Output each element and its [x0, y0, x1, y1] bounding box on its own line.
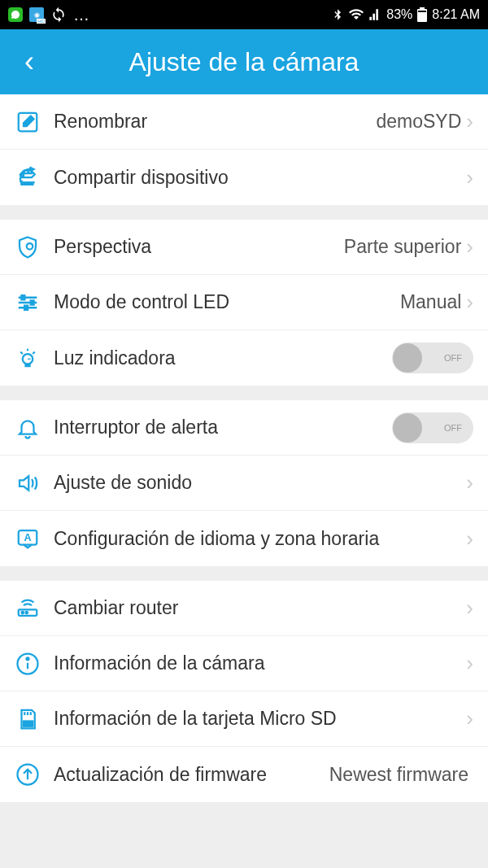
svg-point-19 [26, 611, 28, 613]
info-icon [11, 648, 44, 680]
section-alerts: Interruptor de alerta OFF Ajuste de soni… [0, 400, 488, 566]
firmware-value: Newest firmware [329, 764, 468, 786]
row-language[interactable]: A Configuración de idioma y zona horaria… [0, 511, 488, 566]
alert-toggle[interactable]: OFF [392, 412, 473, 443]
toggle-off-label: OFF [444, 353, 462, 363]
chevron-icon: › [466, 470, 473, 495]
chevron-icon: › [466, 290, 473, 315]
row-rename[interactable]: Renombrar demoSYD › [0, 94, 488, 150]
shield-icon [11, 231, 44, 264]
wifi-icon [349, 7, 364, 22]
edit-icon [11, 106, 44, 138]
indicator-label: Luz indicadora [54, 347, 392, 369]
settings-list: Renombrar demoSYD › Compartir dispositiv… [0, 94, 488, 802]
chevron-icon: › [466, 526, 473, 552]
language-icon: A [11, 522, 44, 555]
bell-icon [11, 412, 44, 444]
whatsapp-icon [8, 7, 23, 22]
status-bar: ◉ … 83% 8:21 AM [0, 0, 488, 29]
chevron-icon: › [466, 109, 473, 134]
row-perspective[interactable]: Perspectiva Parte superior › [0, 220, 488, 275]
section-device: Renombrar demoSYD › Compartir dispositiv… [0, 94, 488, 205]
row-alert-switch: Interruptor de alerta OFF [0, 400, 488, 456]
svg-rect-1 [420, 7, 425, 9]
row-router[interactable]: Cambiar router › [0, 581, 488, 636]
speaker-icon [11, 467, 44, 499]
svg-rect-8 [22, 295, 25, 299]
section-display: Perspectiva Parte superior › Modo de con… [0, 220, 488, 386]
sd-card-icon [11, 703, 44, 735]
row-camera-info[interactable]: Información de la cámara › [0, 636, 488, 691]
header: ‹ Ajuste de la cámara [0, 29, 488, 94]
row-sd-info[interactable]: Información de la tarjeta Micro SD › [0, 691, 488, 747]
row-led-mode[interactable]: Modo de control LED Manual › [0, 275, 488, 330]
svg-rect-2 [418, 11, 426, 12]
language-label: Configuración de idioma y zona horaria [54, 528, 466, 550]
router-label: Cambiar router [54, 597, 466, 619]
svg-point-22 [27, 657, 29, 660]
svg-line-13 [20, 352, 23, 355]
svg-point-18 [22, 611, 24, 613]
signal-icon [368, 8, 381, 21]
indicator-toggle[interactable]: OFF [392, 342, 473, 373]
chevron-icon: › [466, 165, 473, 190]
clock-time: 8:21 AM [432, 7, 480, 22]
rename-label: Renombrar [54, 111, 377, 133]
camera-info-label: Información de la cámara [54, 652, 466, 674]
back-button[interactable]: ‹ [24, 45, 34, 79]
status-right: 83% 8:21 AM [331, 7, 480, 22]
bluetooth-icon [331, 8, 344, 21]
more-icon: … [73, 6, 91, 24]
svg-point-4 [27, 243, 33, 250]
row-firmware[interactable]: Actualización de firmware Newest firmwar… [0, 747, 488, 802]
svg-rect-10 [24, 305, 28, 309]
chevron-icon: › [466, 234, 473, 260]
section-system: Cambiar router › Información de la cámar… [0, 581, 488, 802]
rename-value: demoSYD [377, 111, 462, 133]
chevron-icon: › [466, 706, 473, 731]
router-icon [11, 592, 44, 625]
toggle-knob [393, 413, 422, 443]
alert-label: Interruptor de alerta [54, 417, 392, 438]
chevron-icon: › [466, 595, 473, 621]
lightbulb-icon [11, 342, 44, 374]
sliders-icon [11, 286, 44, 319]
svg-rect-9 [31, 300, 34, 304]
sound-label: Ajuste de sonido [54, 472, 466, 494]
chevron-icon: › [466, 651, 473, 676]
battery-percent: 83% [386, 7, 412, 22]
svg-rect-23 [24, 721, 33, 726]
share-label: Compartir dispositivo [54, 167, 466, 189]
firmware-label: Actualización de firmware [54, 764, 329, 786]
perspective-label: Perspectiva [54, 236, 344, 258]
row-sound[interactable]: Ajuste de sonido › [0, 456, 488, 511]
sd-info-label: Información de la tarjeta Micro SD [54, 708, 466, 730]
toggle-off-label: OFF [444, 423, 462, 433]
upload-icon [11, 758, 44, 791]
sync-icon [50, 7, 67, 23]
toggle-knob [393, 343, 422, 373]
perspective-value: Parte superior [344, 236, 461, 258]
row-indicator-light: Luz indicadora OFF [0, 330, 488, 386]
led-mode-label: Modo de control LED [54, 291, 400, 313]
svg-line-14 [33, 352, 35, 355]
page-title: Ajuste de la cámara [16, 47, 472, 77]
app-icon: ◉ [29, 7, 44, 22]
led-mode-value: Manual [400, 291, 461, 313]
share-icon [11, 161, 44, 194]
svg-text:A: A [24, 532, 31, 543]
row-share[interactable]: Compartir dispositivo › [0, 150, 488, 205]
battery-icon [417, 7, 427, 22]
status-left: ◉ … [8, 6, 91, 24]
